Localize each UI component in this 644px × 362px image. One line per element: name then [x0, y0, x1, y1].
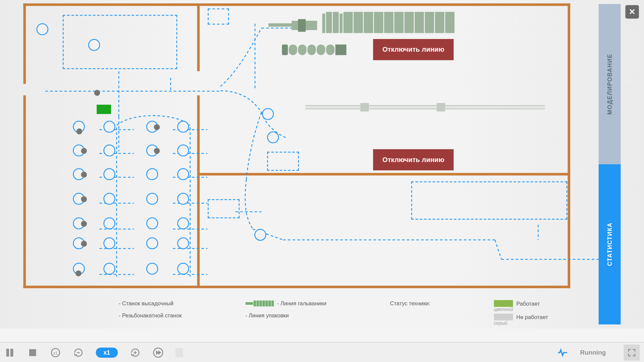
wall-right-horizontal: [200, 173, 570, 175]
equip-conveyor: [282, 45, 354, 55]
progress-marker: [175, 348, 183, 357]
pause-button[interactable]: [4, 347, 15, 358]
agv-node[interactable]: [154, 148, 160, 154]
agv-node[interactable]: [154, 124, 160, 130]
slow-down-button[interactable]: [73, 347, 84, 358]
machine-node[interactable]: [177, 168, 189, 180]
machine-node[interactable]: [262, 108, 274, 120]
running-pulse-icon: [557, 347, 568, 358]
pack-line-rail: [305, 105, 545, 109]
agv-node[interactable]: [81, 196, 87, 202]
rail-stop: [360, 103, 369, 111]
tab-statistics[interactable]: СТАТИСТИКА: [599, 164, 621, 324]
close-icon: ✕: [629, 7, 635, 16]
legend: - Станок высадочный - Резьбонакатной ста…: [0, 297, 644, 328]
galvanic-line-icon: [245, 300, 274, 306]
wall-bottom: [23, 286, 570, 288]
zone-box-4: [208, 199, 240, 218]
wall-mid-lower: [197, 95, 200, 288]
legend-working: Работает: [516, 300, 540, 307]
machine-node[interactable]: [103, 121, 115, 133]
sim-status: Running: [580, 349, 606, 356]
legend-notworking-sub: серый: [494, 320, 548, 325]
swatch-notworking: [494, 314, 513, 320]
speed-up-button[interactable]: [130, 347, 141, 358]
legend-status-label: Статус техники:: [390, 300, 430, 306]
agv-node[interactable]: [76, 128, 82, 135]
machine-node[interactable]: [103, 168, 115, 180]
speed-reset-button[interactable]: x1: [50, 347, 61, 358]
svg-rect-19: [6, 349, 9, 356]
rail-stop: [437, 103, 445, 111]
disable-line-button-1[interactable]: Отключить линию: [373, 39, 454, 60]
machine-node[interactable]: [103, 237, 115, 249]
machine-node[interactable]: [103, 217, 115, 229]
legend-working-sub: цветной: [494, 307, 548, 312]
wall-left-upper: [23, 3, 26, 84]
exit-fullscreen-button[interactable]: [624, 344, 640, 360]
svg-text:x1: x1: [53, 351, 58, 355]
machine-node[interactable]: [177, 145, 189, 156]
side-tabs: МОДЕЛИРОВАНИЕ СТАТИСТИКА: [599, 4, 621, 324]
wall-mid-upper: [197, 3, 200, 71]
machine-node[interactable]: [103, 145, 115, 156]
machine-node[interactable]: [267, 132, 279, 143]
svg-rect-21: [30, 349, 36, 356]
svg-rect-20: [11, 349, 13, 356]
machine-node[interactable]: [177, 237, 189, 249]
speed-indicator[interactable]: x1: [96, 347, 118, 357]
main-canvas: Отключить линию Отключить линию - Станок…: [0, 0, 644, 328]
machine-node[interactable]: [103, 263, 115, 274]
equip-head: [268, 19, 318, 34]
agv-node[interactable]: [81, 148, 87, 154]
agv-node[interactable]: [94, 90, 100, 96]
active-machine[interactable]: [97, 105, 111, 114]
legend-item: - Линия упаковки: [245, 312, 289, 319]
wall-right: [568, 3, 571, 288]
machine-node[interactable]: [103, 193, 115, 205]
svg-marker-28: [156, 351, 158, 354]
legend-item: - Станок высадочный: [119, 300, 174, 306]
machine-node[interactable]: [177, 193, 189, 205]
agv-node[interactable]: [81, 221, 87, 227]
tab-modeling[interactable]: МОДЕЛИРОВАНИЕ: [599, 4, 621, 164]
zone-box-2: [208, 8, 229, 24]
legend-item: - Линия гальваники: [277, 300, 327, 306]
machine-node[interactable]: [37, 23, 48, 35]
control-bar: x1 x1 Running: [0, 342, 644, 362]
legend-notworking: Не работает: [516, 314, 548, 320]
disable-line-button-2[interactable]: Отключить линию: [373, 149, 454, 170]
machine-node[interactable]: [146, 217, 158, 229]
machine-node[interactable]: [88, 39, 100, 51]
close-button[interactable]: ✕: [625, 5, 639, 18]
machine-node[interactable]: [177, 217, 189, 229]
stop-button[interactable]: [27, 347, 38, 358]
zone-box-3: [267, 152, 299, 171]
wall-top: [23, 3, 570, 6]
svg-marker-29: [158, 351, 161, 354]
machine-node[interactable]: [177, 121, 189, 133]
legend-item: - Резьбонакатной станок: [119, 312, 182, 319]
machine-node[interactable]: [146, 237, 158, 249]
machine-node[interactable]: [146, 168, 158, 180]
machine-node[interactable]: [146, 263, 158, 274]
agv-node[interactable]: [81, 172, 87, 178]
zone-box-1: [63, 15, 177, 69]
wall-left-lower: [23, 95, 26, 288]
zone-box-5: [411, 182, 567, 220]
machine-node[interactable]: [254, 229, 266, 241]
fast-forward-button[interactable]: [152, 347, 163, 358]
machine-node[interactable]: [146, 193, 158, 205]
machine-node[interactable]: [177, 263, 189, 274]
agv-node[interactable]: [76, 270, 82, 276]
agv-node[interactable]: [81, 241, 87, 247]
equip-bar-row: [322, 12, 466, 33]
swatch-working: [494, 300, 513, 307]
